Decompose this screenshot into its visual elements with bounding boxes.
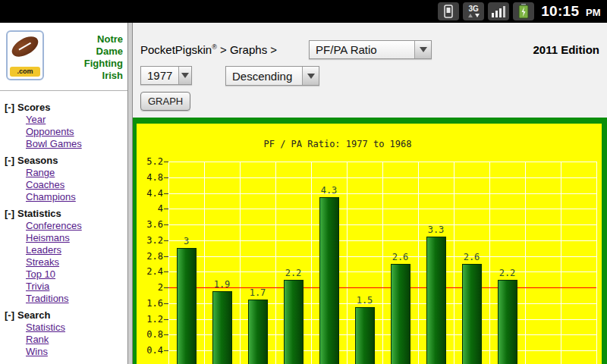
chevron-down-icon [181,73,189,78]
gridline-vertical [311,162,312,364]
frame-divider[interactable] [127,23,133,364]
collapse-toggle[interactable]: [-] [5,309,14,321]
y-tick-label: 2.4 [137,266,163,277]
year-dropdown[interactable]: 1977 [140,66,192,85]
data-arrows-icon [468,14,480,17]
collapse-toggle[interactable]: [-] [5,155,14,166]
sidebar-item-wins[interactable]: Wins [26,346,124,358]
year-dropdown-arrow-button[interactable] [178,67,191,84]
sidebar-item-bowl-games[interactable]: Bowl Games [26,138,124,150]
bar-value-label: 2.2 [492,268,523,278]
sidebar-header: .com NotreDameFightingIrish [0,23,127,91]
y-tick-label: 2.8 [137,251,163,262]
order-dropdown-value: Descending [226,67,298,85]
bar-9 [498,280,517,364]
sidebar-item-leaders[interactable]: Leaders [26,244,124,256]
gridline-vertical [596,162,597,364]
bar-7 [426,237,446,364]
sidebar-section-statistics[interactable]: [-]Statistics [5,208,124,220]
browser-page: .com NotreDameFightingIrish [-]ScoresYea… [0,23,607,364]
y-tick-label: 3.2 [137,235,163,246]
y-tick-label: 0.8 [137,329,163,340]
collapse-toggle[interactable]: [-] [5,208,14,219]
chart-frame: PF / PA Ratio: 1977 to 1968 5.24.84.443.… [133,118,607,364]
sidebar-item-range[interactable]: Range [26,167,124,179]
graph-button[interactable]: GRAPH [140,92,190,111]
phone-icon-glyph [440,4,457,19]
chart-title: PF / PA Ratio: 1977 to 1968 [167,139,508,149]
gridline-vertical [240,162,241,364]
sidebar-item-statistics[interactable]: Statistics [26,322,124,334]
section-label: Statistics [17,208,61,219]
gridline-vertical [382,162,383,364]
status-bar: 3G 10:15 PM [0,0,607,23]
phone-icon [438,2,459,20]
y-tick-label: 4.8 [137,172,163,183]
sidebar-item-year[interactable]: Year [26,114,124,126]
sidebar: .com NotreDameFightingIrish [-]ScoresYea… [0,23,127,364]
gridline-vertical [275,162,276,364]
y-tick-label: 0.4 [137,345,163,356]
sidebar-item-trivia[interactable]: Trivia [26,281,124,293]
bar-8 [462,264,482,364]
bar-value-label: 1.7 [243,287,273,298]
stat-dropdown-value: PF/PA Ratio [310,41,383,58]
upload-arrow-icon [468,14,473,17]
signal-bars-glyph [490,4,507,19]
sidebar-item-conferences[interactable]: Conferences [26,220,124,232]
bar-1 [212,291,232,364]
gridline-vertical [168,162,169,364]
y-tick-label: 5.2 [137,156,163,167]
bar-value-label: 2.6 [385,252,416,262]
controls-row: 1977 Descending [140,66,319,86]
team-name-line: Irish [84,70,123,82]
football-lace [18,42,31,51]
sidebar-section-scores[interactable]: [-]Scores [5,102,124,114]
bar-4 [319,197,339,364]
chevron-down-icon [420,47,427,52]
bar-2 [248,300,268,364]
section-label: Seasons [17,155,58,166]
breadcrumb: PocketPigskin® > Graphs > [140,43,277,56]
sidebar-item-top-10[interactable]: Top 10 [26,268,124,281]
sidebar-item-traditions[interactable]: Traditions [26,293,124,305]
sidebar-item-champions[interactable]: Champions [26,191,124,203]
sidebar-item-streaks[interactable]: Streaks [26,256,124,268]
chevron-down-icon [307,74,315,79]
sidebar-item-rank[interactable]: Rank [26,334,124,346]
gridline-vertical [204,162,205,364]
bar-0 [177,248,197,364]
pocketpigskin-logo[interactable]: .com [6,30,44,80]
stat-dropdown[interactable]: PF/PA Ratio [309,40,432,59]
meridiem-text: PM [586,7,601,18]
order-dropdown[interactable]: Descending [225,66,319,86]
sidebar-item-opponents[interactable]: Opponents [26,126,124,138]
sidebar-item-coaches[interactable]: Coaches [26,179,124,191]
button-row: GRAPH [140,92,190,111]
football-icon [8,33,41,61]
gridline-vertical [347,162,348,364]
order-dropdown-arrow-button[interactable] [302,67,319,85]
battery-glyph [517,3,530,20]
clock: 10:15 PM [541,3,601,20]
sidebar-section-seasons[interactable]: [-]Seasons [5,155,124,167]
stat-dropdown-arrow-button[interactable] [414,41,431,58]
y-tick-label: 1.6 [137,298,163,309]
bar-5 [355,307,375,364]
gridline-vertical [418,162,419,364]
y-tick-label: 4.4 [137,188,163,199]
year-dropdown-value: 1977 [141,67,178,84]
team-name: NotreDameFightingIrish [84,33,123,82]
collapse-toggle[interactable]: [-] [5,102,14,113]
pf-pa-ratio-chart: PF / PA Ratio: 1977 to 1968 5.24.84.443.… [137,124,602,364]
sidebar-item-heismans[interactable]: Heismans [26,232,124,244]
main-content: PocketPigskin® > Graphs > PF/PA Ratio 20… [133,23,607,364]
sidebar-section-search[interactable]: [-]Search [5,309,124,322]
bar-value-label: 2.6 [457,252,487,262]
gridline-vertical [489,162,490,364]
bar-value-label: 4.3 [314,185,344,196]
bar-value-label: 1.9 [207,279,237,290]
download-arrow-icon [475,14,480,17]
battery-charging-icon [513,2,534,20]
section-label: Scores [17,102,50,113]
